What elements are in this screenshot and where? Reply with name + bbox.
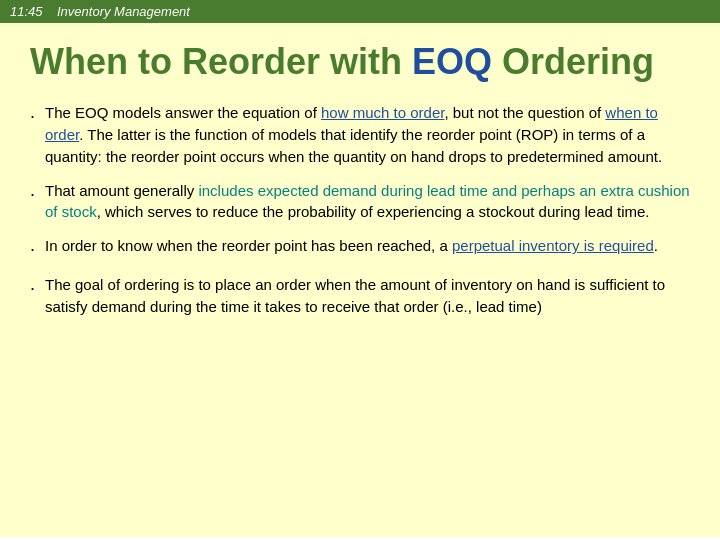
bullet-text-1: The EOQ models answer the equation of ho… — [45, 102, 690, 167]
bullet-list: · The EOQ models answer the equation of … — [30, 102, 690, 317]
bullet-dot: · — [30, 181, 35, 207]
highlight-expected-demand: includes expected demand during lead tim… — [45, 182, 690, 221]
bullet-dot: · — [30, 236, 35, 262]
list-item: · In order to know when the reorder poin… — [30, 235, 690, 262]
header-time: 11:45 — [10, 4, 43, 19]
slide-title: When to Reorder with EOQ Ordering — [30, 41, 690, 82]
header-app-title: Inventory Management — [57, 4, 190, 19]
slide-container: When to Reorder with EOQ Ordering · The … — [0, 23, 720, 537]
bullet-text-3: In order to know when the reorder point … — [45, 235, 690, 257]
bullet-text-2: That amount generally includes expected … — [45, 180, 690, 224]
link-how-much: how much to order — [321, 104, 444, 121]
bullet-dot: · — [30, 275, 35, 301]
link-perpetual-inventory: perpetual inventory is required — [452, 237, 654, 254]
slide-title-eoq: EOQ — [412, 41, 492, 82]
list-item: · That amount generally includes expecte… — [30, 180, 690, 224]
header-bar: 11:45 Inventory Management — [0, 0, 720, 23]
bullet-dot: · — [30, 103, 35, 129]
list-item: · The EOQ models answer the equation of … — [30, 102, 690, 167]
list-item: · The goal of ordering is to place an or… — [30, 274, 690, 318]
slide-title-part3: Ordering — [492, 41, 654, 82]
header-title: 11:45 Inventory Management — [10, 4, 190, 19]
bullet-text-4: The goal of ordering is to place an orde… — [45, 274, 690, 318]
slide-title-part1: When to Reorder with — [30, 41, 412, 82]
